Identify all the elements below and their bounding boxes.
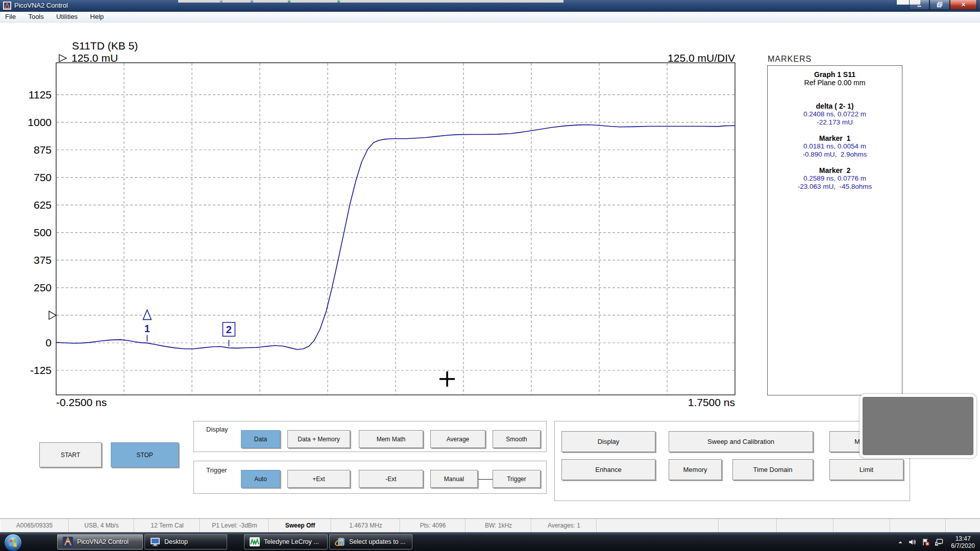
taskbar-button-label: Desktop — [164, 538, 188, 545]
marker-triangle-icon[interactable] — [143, 310, 151, 319]
status-sweep: Sweep Off — [269, 519, 331, 532]
gray-popup-overlay — [860, 394, 976, 458]
menu-utilities[interactable]: Utilities — [51, 12, 83, 22]
reference-level-label: 125.0 mU — [71, 52, 118, 64]
taskbar-desktop-button[interactable]: Desktop — [144, 534, 227, 549]
system-tray: 13:47 6/7/2020 — [897, 533, 980, 551]
taskbar-teledyne-button[interactable]: Teledyne LeCroy ... — [244, 534, 328, 549]
background-icon-fragment — [288, 1, 290, 3]
y-tick-label: 750 — [34, 171, 52, 183]
status-blank-cell — [834, 519, 890, 532]
app-icon — [3, 2, 11, 10]
menu-bar: File Tools Utilities Help — [0, 12, 980, 22]
action-center-flag-icon[interactable] — [921, 538, 930, 546]
y-tick-label: 500 — [34, 227, 52, 238]
y-tick-label: -125 — [30, 364, 52, 376]
restore-button[interactable] — [929, 0, 950, 10]
y-tick-label: 1125 — [29, 89, 52, 101]
x-axis-start-label: -0.2500 ns — [56, 396, 107, 408]
y-tick-label: 375 — [34, 254, 52, 266]
background-icon-fragment — [251, 1, 253, 3]
background-icon-fragment — [220, 1, 223, 3]
taskbar-button-label: Select updates to ... — [349, 538, 406, 545]
status-bar: A0065/09335 USB, 4 Mb/s 12 Term Cal P1 L… — [0, 518, 980, 532]
status-serial: A0065/09335 — [0, 519, 69, 532]
desktop-screen: PicoVNA2 Control ✕ File Tools Utilities … — [0, 0, 980, 551]
status-frequency: 1.4673 MHz — [331, 519, 400, 532]
status-blank-cell — [719, 519, 777, 532]
picovna-app-icon — [62, 536, 74, 547]
chart-title: S11TD (KB 5) — [72, 40, 138, 52]
status-blank-cell — [777, 519, 834, 532]
taskbar-button-label: PicoVNA2 Control — [77, 538, 129, 545]
menu-tools[interactable]: Tools — [23, 12, 48, 22]
close-button[interactable]: ✕ — [950, 0, 977, 10]
status-p1-level: P1 Level: -3dBm — [200, 519, 269, 532]
window-title: PicoVNA2 Control — [14, 2, 68, 9]
reference-level-icon — [59, 55, 66, 62]
y-tick-label: 1000 — [28, 116, 52, 128]
reference-position-icon[interactable] — [49, 311, 56, 319]
show-hidden-icons-icon[interactable] — [897, 539, 903, 545]
taskbar-button-label: Teledyne LeCroy ... — [264, 538, 319, 545]
y-tick-label: 0 — [45, 337, 52, 348]
menu-help[interactable]: Help — [85, 12, 109, 22]
restore-icon — [937, 2, 943, 8]
status-blank-cell — [890, 519, 946, 532]
close-icon: ✕ — [961, 2, 966, 8]
status-cal: 12 Term Cal — [134, 519, 200, 532]
status-blank-cell — [946, 519, 980, 532]
background-icon-fragment — [337, 1, 340, 3]
status-points: Pts: 4096 — [400, 519, 465, 532]
marker-number-label[interactable]: 2 — [226, 324, 232, 335]
menu-file[interactable]: File — [0, 12, 21, 22]
window-controls: ✕ — [909, 0, 977, 10]
teledyne-lecroy-icon — [249, 536, 260, 547]
select-updates-icon — [334, 536, 346, 547]
status-usb: USB, 4 Mb/s — [69, 519, 134, 532]
clock[interactable]: 13:47 6/7/2020 — [951, 535, 975, 549]
y-tick-label: 875 — [34, 144, 52, 156]
network-icon[interactable] — [935, 538, 943, 546]
taskbar-picovna-button[interactable]: PicoVNA2 Control — [57, 534, 143, 549]
scale-per-div-label: 125.0 mU/DIV — [668, 52, 735, 64]
tray-date: 6/7/2020 — [951, 542, 975, 549]
y-tick-label: 250 — [34, 282, 52, 293]
x-axis-end-label: 1.7500 ns — [688, 396, 735, 408]
status-blank-cell — [597, 519, 719, 532]
taskbar-updates-button[interactable]: Select updates to ... — [329, 534, 412, 549]
s11-trace — [56, 125, 735, 350]
chart-plot-area[interactable]: 112510008757506255003752500-12512 — [28, 63, 735, 395]
minimize-button[interactable] — [909, 0, 929, 10]
y-tick-label: 625 — [34, 199, 52, 211]
status-bandwidth: BW: 1kHz — [465, 519, 531, 532]
windows-logo-icon — [5, 534, 21, 551]
minimize-icon — [916, 2, 922, 8]
status-averages: Averages: 1 — [531, 519, 597, 532]
volume-icon[interactable] — [908, 538, 917, 546]
taskbar: PicoVNA2 Control Desktop Teledyne LeCroy… — [0, 532, 980, 551]
background-window-fragment — [178, 0, 564, 3]
marker-number-label[interactable]: 1 — [144, 323, 150, 334]
start-button-orb[interactable] — [4, 534, 22, 551]
tray-time: 13:47 — [951, 535, 975, 542]
chart-svg[interactable]: S11TD (KB 5) 125.0 mU 125.0 mU/DIV -0.25… — [0, 0, 980, 551]
desktop-icon — [150, 536, 161, 547]
